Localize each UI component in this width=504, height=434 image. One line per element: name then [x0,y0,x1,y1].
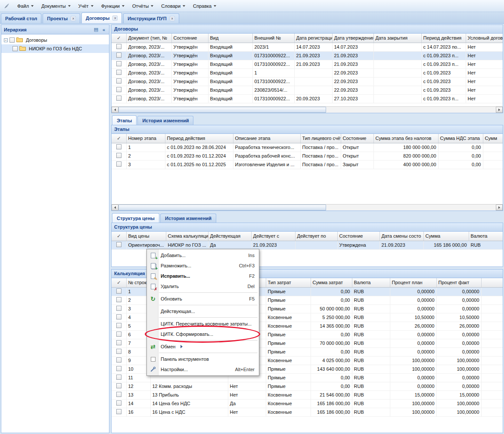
row-checkbox[interactable] [116,144,121,149]
context-menu-item[interactable]: Панель инструментов [147,354,259,364]
tab-close-icon[interactable]: × [170,16,175,21]
menubar-item[interactable]: Учёт [75,2,97,10]
column-header[interactable]: Действующая [208,232,251,241]
column-header[interactable]: Вид цены [126,232,166,241]
table-row[interactable]: Договор, 2023/...УтверждёнВходящий017310… [112,51,503,60]
tab[interactable]: Рабочий стол [1,13,41,23]
column-header[interactable]: Номер этапа [126,134,165,143]
row-checkbox[interactable] [116,400,121,406]
column-header[interactable]: Сумма [423,232,469,241]
column-header[interactable]: Дата закрытия [373,34,421,43]
subtab[interactable]: История изменений [137,116,193,125]
row-checkbox[interactable] [116,314,121,319]
select-all-header[interactable]: ✓ [112,134,126,143]
column-header[interactable]: Дата регистрации [294,34,332,43]
row-checkbox[interactable] [116,383,121,388]
table-row[interactable]: 1212 Комм. расходыНетПрямые0,00RUB0,0000… [112,382,503,391]
column-header[interactable]: Валюта [469,232,503,241]
table-row[interactable]: Договор, 2023/...УтверждёнВходящий230823… [112,86,503,94]
table-row[interactable]: Договор, 2023/...УтверждёнВходящий017310… [112,77,503,86]
column-header[interactable]: Сумм [483,134,503,143]
tab-close-icon[interactable]: × [71,16,76,21]
column-header[interactable]: Дата смены состо [380,232,423,241]
context-menu-item[interactable]: ⇄Обмен [147,341,259,352]
tree-checkbox[interactable] [9,37,15,43]
row-checkbox[interactable] [116,349,121,354]
column-header[interactable]: Описание этапа [233,134,300,143]
column-header[interactable]: Внешний № [252,34,294,43]
menubar-item[interactable]: Документы [38,2,74,10]
table-row[interactable]: 3с 01.01.2025 по 01.12.2025Изготовление … [112,160,503,169]
table-row[interactable]: 1414 Цена без НДСДаКосвенные165 186 000,… [112,399,503,408]
row-checkbox[interactable] [116,288,121,294]
context-menu-item[interactable]: +Добавить...Ins [147,250,259,260]
column-header[interactable]: Вид [208,34,252,43]
column-header[interactable]: Документ (тип, № [126,34,171,43]
subtab[interactable]: Этапы [112,115,137,125]
horizontal-scrollbar[interactable] [112,106,503,113]
row-checkbox[interactable] [116,392,121,397]
table-row[interactable]: 1с 01.09.2023 по 28.06.2024Разработка те… [112,143,503,152]
menubar-item[interactable]: Справка [190,2,220,10]
tree-node[interactable]: −Договоры [1,36,109,44]
row-checkbox[interactable] [116,70,121,75]
subtab[interactable]: Структура цены [112,213,159,223]
column-header[interactable]: Сумма НДС этапа [438,134,483,143]
context-menu-item[interactable]: ↻ОбновитьF5 [147,294,259,304]
column-header[interactable]: Дата утверждения [332,34,373,43]
row-checkbox[interactable] [116,96,121,101]
column-header[interactable]: Сумма этапа без налогов [373,134,438,143]
row-checkbox[interactable] [116,366,121,371]
scroll-right-button[interactable] [496,107,503,113]
context-menu-item[interactable]: ЦИТК. Сформировать... [147,329,259,339]
scroll-thumb[interactable] [118,107,326,113]
tab[interactable]: Проекты× [43,13,80,23]
column-header[interactable]: Тип лицевого счёт [300,134,341,143]
menubar-item[interactable]: Отчёты [129,2,157,10]
horizontal-scrollbar[interactable] [112,204,503,211]
column-header[interactable]: Действует с [251,232,295,241]
menubar-item[interactable]: Функции [98,2,128,10]
context-menu-item[interactable]: ЦИТК. Пересчитать косвенные затраты... [147,319,259,329]
column-header[interactable]: Период действия [165,134,233,143]
column-header[interactable]: Тип затрат [266,278,311,287]
scroll-left-button[interactable] [112,205,118,211]
subtab[interactable]: История изменений [160,214,216,223]
tab[interactable]: Договоры× [81,12,122,23]
table-row[interactable]: 1616 Цена с НДСНетКосвенные165 186 000,0… [112,408,503,416]
select-all-header[interactable]: ✓ [112,34,126,43]
tab-close-icon[interactable]: × [112,16,118,21]
tree-checkbox[interactable] [12,46,18,51]
app-logo-icon[interactable] [3,2,11,10]
table-row[interactable]: Договор, 2023/...УтверждёнВходящий122.09… [112,68,503,77]
table-row[interactable]: Договор, 2023/...УтверждёнВходящий2023/1… [112,43,503,51]
row-checkbox[interactable] [116,242,121,247]
column-header[interactable]: Процент факт [436,278,481,287]
row-checkbox[interactable] [116,375,121,380]
row-checkbox[interactable] [116,297,121,302]
tree-node[interactable]: НИОКР по ГОЗ без НДС [1,44,109,53]
scroll-track[interactable] [118,107,496,113]
column-header[interactable]: Условный догово [466,34,503,43]
column-header[interactable]: Действует по [295,232,337,241]
row-checkbox[interactable] [116,332,121,337]
tree-expander-icon[interactable]: − [4,38,8,42]
table-row[interactable]: Договор, 2023/...УтверждёнВходящий017310… [112,94,503,103]
column-header[interactable]: Схема калькуляци [166,232,208,241]
scroll-right-button[interactable] [496,205,503,211]
select-all-header[interactable]: ✓ [112,232,126,241]
context-menu-item[interactable]: ✗УдалитьDel [147,281,259,291]
row-checkbox[interactable] [116,357,121,363]
row-checkbox[interactable] [116,153,121,158]
row-checkbox[interactable] [116,323,121,328]
table-row[interactable]: Договор, 2023/...УтверждёнВходящий017310… [112,60,503,68]
column-header[interactable] [481,278,503,287]
context-menu-item[interactable]: ✎Исправить...F2 [147,271,259,281]
menubar-item[interactable]: Файл [14,2,37,10]
row-checkbox[interactable] [116,340,121,345]
table-row[interactable]: Ориентировоч...НИОКР по ГОЗ ...Да21.09.2… [112,241,503,249]
menubar-item[interactable]: Словари [158,2,189,10]
row-checkbox[interactable] [116,87,121,92]
row-checkbox[interactable] [116,306,121,311]
context-menu-item[interactable]: Настройки...Alt+Enter [147,364,259,375]
